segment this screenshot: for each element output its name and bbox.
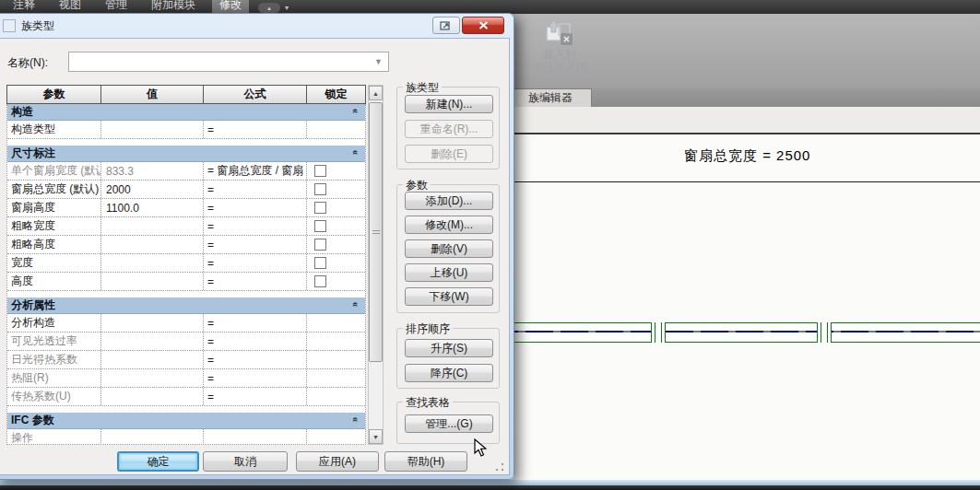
dimension-label: 窗扇总宽度 = 2500	[684, 147, 810, 165]
parameter-formula-cell[interactable]: =	[204, 217, 307, 235]
footer-button[interactable]: 取消	[203, 451, 288, 472]
footer-button[interactable]: 帮助(H)	[384, 451, 467, 472]
parameter-name-cell: 分析构造	[7, 314, 101, 332]
table-scrollbar[interactable]: ▲ ▼	[368, 85, 384, 445]
ribbon-collapse-icon[interactable]: ▴	[258, 3, 280, 13]
lock-checkbox[interactable]	[314, 257, 326, 269]
tab-family-editor[interactable]: 族编辑器	[509, 88, 592, 107]
chevron-down-icon[interactable]: ▼	[374, 57, 383, 66]
type-name-combobox[interactable]: ▼	[68, 52, 389, 72]
parameter-formula-cell[interactable]: =	[204, 199, 307, 216]
footer-button[interactable]: 应用(A)	[296, 451, 379, 472]
close-icon	[478, 21, 489, 29]
section-title: 构造	[7, 104, 33, 120]
parameter-formula-cell[interactable]	[204, 429, 307, 445]
lock-checkbox[interactable]	[314, 183, 326, 195]
parameter-lock-cell	[307, 314, 365, 332]
footer-button[interactable]: 确定	[117, 451, 199, 472]
parameter-value-cell[interactable]	[101, 388, 204, 405]
column-header-formula[interactable]: 公式	[204, 86, 307, 103]
parameter-formula-cell[interactable]: =	[204, 273, 307, 290]
ribbon-tab[interactable]: 管理	[98, 0, 135, 14]
section-header-row[interactable]: 分析属性 «	[7, 298, 365, 314]
parameter-formula-cell[interactable]: =	[204, 254, 307, 272]
parameter-lock-cell	[307, 369, 365, 387]
table-row: « 高度 =	[7, 273, 365, 291]
scroll-up-button[interactable]: ▲	[369, 86, 383, 100]
lock-checkbox[interactable]	[314, 202, 326, 214]
parameter-value-cell[interactable]	[101, 217, 204, 235]
column-header-parameter[interactable]: 参数	[7, 86, 101, 103]
parameter-value-cell[interactable]	[101, 351, 204, 368]
collapse-chevron-icon[interactable]: «	[351, 417, 361, 423]
load-into-project-button[interactable]: 载入到 项目并关闭	[524, 17, 596, 88]
column-header-value[interactable]: 值	[101, 86, 204, 103]
parameter-formula-cell[interactable]: =	[204, 369, 307, 387]
group-button[interactable]: 上移(U)	[405, 263, 493, 282]
group-button[interactable]: 添加(D)...	[405, 192, 493, 210]
resize-grip-icon[interactable]	[495, 462, 504, 472]
parameter-value-cell[interactable]	[101, 121, 204, 138]
group-title: 查找表格	[403, 395, 453, 411]
group-gap	[7, 139, 365, 146]
parameter-formula-cell[interactable]: =	[204, 351, 307, 368]
lock-checkbox[interactable]	[314, 220, 326, 232]
ribbon-tab[interactable]: 视图	[52, 0, 89, 14]
collapse-chevron-icon[interactable]: «	[351, 109, 361, 114]
parameter-value-cell[interactable]	[101, 429, 204, 445]
group-button[interactable]: 下移(W)	[405, 287, 493, 306]
collapse-chevron-icon[interactable]: «	[351, 150, 361, 156]
parameter-value-cell[interactable]	[101, 332, 204, 350]
group-button[interactable]: 新建(N)...	[405, 95, 493, 113]
group-button[interactable]: 降序(C)	[405, 364, 493, 382]
parameter-formula-cell[interactable]: =	[204, 121, 307, 138]
parameter-lock-cell	[307, 236, 365, 253]
dialog-help-button[interactable]	[432, 17, 460, 34]
ribbon-tab[interactable]: 附加模块	[144, 0, 203, 14]
section-header-row[interactable]: 尺寸标注 «	[7, 146, 365, 162]
group-parameters: 参数 添加(D)... 修改(M)... 删除(V) 上移(U) 下移(W)	[396, 184, 500, 313]
parameter-value-cell[interactable]: 833.3	[101, 162, 204, 180]
parameter-formula-cell[interactable]: =	[204, 236, 307, 253]
close-button[interactable]	[462, 17, 504, 34]
group-button[interactable]: 删除(V)	[405, 239, 493, 258]
parameter-formula-cell[interactable]: =	[204, 332, 307, 350]
family-types-dialog: 族类型 名称(N): ▼	[0, 13, 514, 480]
ribbon-tabs: 注释 视图 管理 附加模块 修改	[6, 0, 249, 14]
parameter-value-cell[interactable]	[101, 314, 204, 332]
column-header-lock[interactable]: 锁定	[307, 86, 365, 103]
load-button-label-line2: 项目并关闭	[532, 61, 587, 74]
group-button[interactable]: 修改(M)...	[405, 216, 493, 234]
ribbon-tab[interactable]: 注释	[6, 0, 42, 14]
parameter-value-cell[interactable]: 1100.0	[101, 199, 204, 216]
chevron-down-icon[interactable]: ▾	[285, 4, 289, 12]
parameter-value-cell[interactable]	[101, 254, 204, 272]
parameter-formula-cell[interactable]: = 窗扇总宽度 / 窗扇	[204, 162, 307, 180]
parameter-value-cell[interactable]	[101, 273, 204, 290]
group-button[interactable]: 重命名(R)...	[405, 120, 493, 138]
lock-checkbox[interactable]	[314, 239, 326, 251]
parameter-formula-cell[interactable]: =	[204, 388, 307, 405]
parameter-formula-cell[interactable]: =	[204, 181, 307, 198]
parameter-value-cell[interactable]	[101, 369, 204, 387]
parameter-formula-cell[interactable]: =	[204, 314, 307, 332]
lock-checkbox[interactable]	[314, 165, 326, 177]
group-gap	[7, 291, 365, 298]
lock-checkbox[interactable]	[314, 275, 326, 287]
application-window: 注释 视图 管理 附加模块 修改 ▴ ▾ 载入到 项目并关闭 族编辑器	[0, 0, 980, 490]
scroll-down-button[interactable]: ▼	[369, 429, 383, 444]
group-button[interactable]: 管理...(G)	[405, 414, 493, 433]
group-button[interactable]: 删除(E)	[405, 145, 493, 163]
section-title: 分析属性	[7, 298, 55, 313]
section-header-row[interactable]: 构造 «	[7, 104, 365, 121]
dialog-titlebar[interactable]: 族类型	[0, 14, 514, 38]
parameter-value-cell[interactable]: 2000	[101, 181, 204, 198]
scrollbar-thumb[interactable]	[369, 102, 383, 362]
parameter-name-cell: 可见光透过率	[7, 332, 101, 350]
ribbon-collapse-control[interactable]: ▴ ▾	[258, 3, 289, 13]
collapse-chevron-icon[interactable]: «	[351, 302, 361, 308]
section-header-row[interactable]: IFC 参数 «	[7, 413, 365, 429]
parameter-value-cell[interactable]	[101, 236, 204, 253]
ribbon-tab[interactable]: 修改	[212, 0, 249, 14]
group-button[interactable]: 升序(S)	[405, 339, 493, 357]
